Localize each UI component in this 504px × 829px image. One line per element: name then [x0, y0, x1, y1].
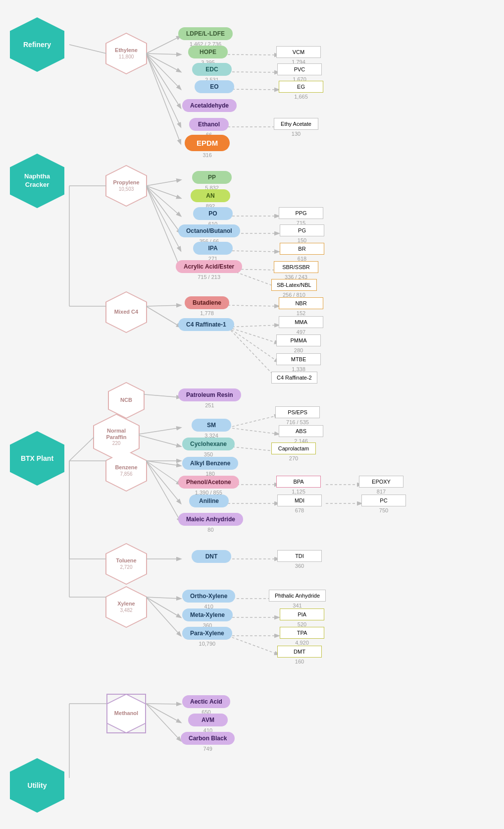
dnt-oval: DNT [192, 550, 231, 563]
vcm-box: VCM [276, 46, 321, 58]
node-mma: MMA 497 [279, 316, 323, 335]
node-c4raff2: C4 Raffinate-2 [271, 372, 317, 384]
svg-line-28 [228, 305, 279, 306]
pg-box: PG [280, 224, 324, 236]
pc-num: 750 [361, 507, 406, 513]
node-acetaldehyde: Acetaldehyde [182, 99, 237, 112]
toluene-label: Toluene [116, 557, 136, 564]
para-xylene-num: 10,790 [182, 641, 232, 647]
tdi-num: 360 [277, 563, 322, 569]
svg-line-18 [146, 186, 181, 269]
pat-resin-oval: Patroleum Resin [178, 388, 241, 401]
svg-line-26 [146, 305, 181, 306]
node-abs: ABS 2,146 [279, 425, 323, 444]
bpa-box: BPA [276, 476, 321, 488]
svg-line-36 [136, 428, 181, 435]
acrylic-num: 715 / 213 [176, 274, 242, 280]
node-acrylic: Acrylic Acid/Ester 715 / 213 [176, 260, 242, 280]
node-pc: PC 750 [361, 495, 406, 513]
node-tpa: TPA 4,920 [280, 627, 324, 646]
svg-line-43 [146, 461, 181, 522]
svg-line-17 [146, 186, 181, 251]
node-bpa: BPA 1,125 [276, 476, 321, 495]
eo-oval: EO [195, 80, 234, 93]
node-ppg: PPG 715 [279, 207, 323, 226]
node-sm: SM 3,324 [192, 419, 231, 439]
node-pmma: PMMA 280 [276, 334, 321, 353]
nbr-num: 152 [279, 310, 323, 316]
abs-box: ABS [279, 425, 323, 437]
svg-line-6 [146, 54, 181, 127]
node-octanol: Octanol/Butanol 356 / 66 [178, 224, 240, 244]
carbon-black-oval: Carbon Black [181, 732, 235, 745]
node-toluene: Toluene 2,720 [106, 544, 146, 584]
svg-line-37 [136, 435, 181, 446]
node-vcm: VCM 1,794 [276, 46, 321, 65]
node-sb-latex: SB-Latex/NBL 256 / 810 [271, 279, 317, 298]
node-phenol: Phenol/Acetone 1,390 / 855 [178, 476, 239, 496]
hope-oval: HOPE [188, 46, 228, 58]
aniline-oval: Aniline [189, 495, 229, 507]
octanol-oval: Octanol/Butanol [178, 224, 240, 237]
svg-line-1 [146, 36, 181, 54]
node-epoxy: EPOXY 817 [359, 476, 403, 495]
carbon-black-num: 749 [181, 746, 235, 752]
propylene-num: 10,503 [113, 186, 139, 192]
mma-box: MMA [279, 316, 323, 328]
phthalic-box: Phthalic Anhydride [269, 590, 326, 602]
benzene-label: Benzene [115, 464, 137, 471]
sm-oval: SM [192, 419, 231, 432]
svg-line-5 [146, 54, 181, 108]
hex-utility-label: Utility [28, 781, 47, 790]
node-po: PO 610 [193, 207, 233, 227]
c4raff1-oval: C4 Raffinate-1 [178, 318, 234, 331]
node-pvc: PVC 1,670 [277, 63, 322, 82]
svg-line-41 [146, 461, 181, 485]
node-ncb: NCB [109, 383, 144, 418]
ethanol-oval: Ethanol [189, 118, 229, 131]
node-sbr: SBR/SSBR 336 / 243 [274, 261, 318, 280]
pmma-num: 280 [276, 347, 321, 353]
tdi-box: TDI [277, 550, 322, 562]
epoxy-box: EPOXY [359, 476, 403, 488]
mtbe-box: MTBE [276, 353, 321, 365]
svg-line-16 [146, 186, 181, 233]
ethy-acetate-box: Ethy Acetate [274, 118, 318, 130]
node-butadiene: Butadiene 1,778 [185, 296, 229, 316]
alkyl-benzene-oval: Alkyl Benzene [182, 457, 238, 470]
svg-line-29 [228, 325, 279, 327]
node-pia: PIA 520 [280, 608, 324, 627]
node-an: AN 892 [191, 189, 230, 209]
svg-line-67 [146, 704, 181, 722]
an-oval: AN [191, 189, 230, 202]
pp-oval: PP [192, 171, 232, 184]
normal-paraffin-label: NormalParaffin [106, 428, 127, 441]
diagram: Refinery Naphtha Cracker BTX Plant Utili… [0, 0, 504, 20]
svg-line-44 [228, 415, 279, 428]
sb-latex-box: SB-Latex/NBL [271, 279, 317, 291]
svg-line-30 [228, 327, 279, 343]
hex-utility: Utility [10, 758, 64, 813]
hex-naphtha-label: Naphtha Cracker [24, 172, 50, 189]
pat-resin-num: 251 [178, 402, 241, 408]
svg-line-2 [146, 54, 181, 55]
svg-line-21 [228, 251, 279, 252]
node-para-xylene: Para-Xylene 10,790 [182, 627, 232, 647]
avm-oval: AVM [188, 714, 228, 726]
node-caprolactam: Caprolactam 270 [271, 442, 316, 461]
node-ldpe: LDPE/L-LDFE 1,462 / 2,736 [178, 27, 233, 47]
po-oval: PO [193, 207, 233, 220]
hex-btx-shape: BTX Plant [10, 431, 64, 486]
ipa-oval: IPA [193, 242, 233, 255]
ortho-xylene-oval: Ortho-Xylene [182, 590, 235, 603]
svg-line-7 [146, 54, 181, 144]
edc-oval: EDC [192, 63, 232, 76]
node-br: BR 618 [280, 243, 324, 262]
ps-eps-box: PS/EPS [275, 406, 320, 418]
cyclohexane-oval: Cyclohexane [182, 438, 235, 450]
node-hope: HOPE 3,395 [188, 46, 228, 65]
pmma-box: PMMA [276, 334, 321, 346]
ppg-box: PPG [279, 207, 323, 219]
svg-line-45 [228, 428, 279, 434]
node-carbon-black: Carbon Black 749 [181, 732, 235, 752]
